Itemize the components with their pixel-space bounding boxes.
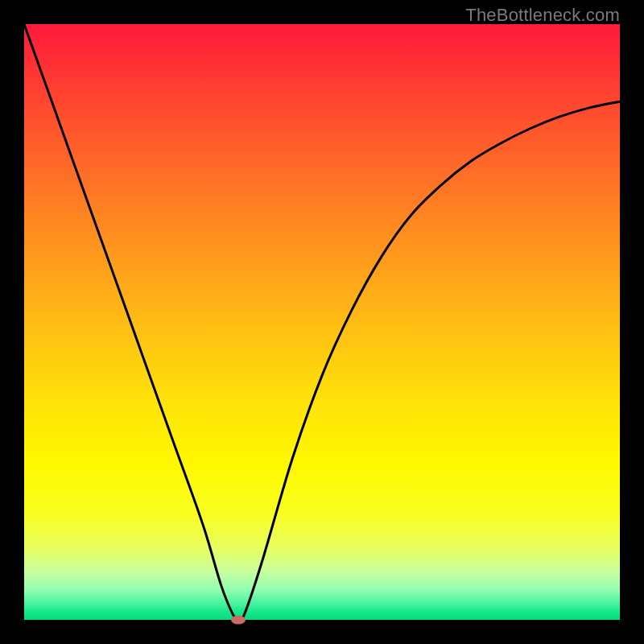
watermark-text: TheBottleneck.com [465,5,620,26]
minimum-marker [231,616,246,625]
curve-line [24,24,620,620]
plot-area [24,24,620,620]
chart-frame: TheBottleneck.com [0,0,644,644]
bottleneck-curve [24,24,620,620]
